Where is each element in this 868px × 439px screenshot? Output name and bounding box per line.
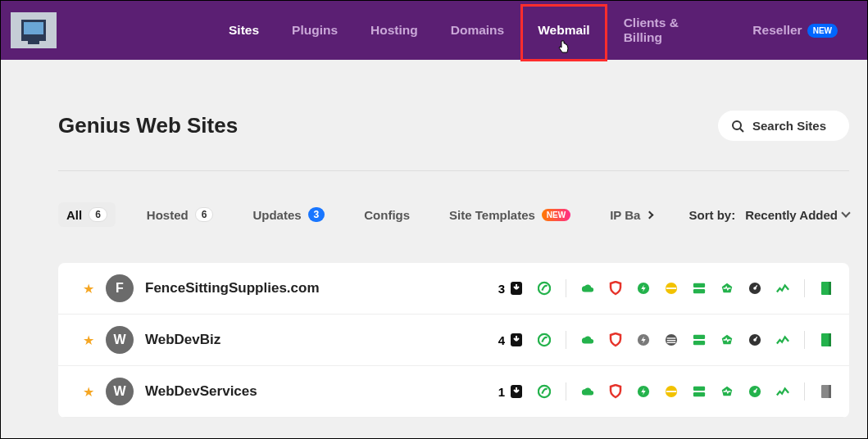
updates-count[interactable]: 3 (498, 281, 523, 296)
svg-point-23 (753, 338, 757, 342)
book-icon[interactable] (820, 333, 833, 346)
svg-rect-19 (667, 342, 676, 343)
tab-all[interactable]: All 6 (58, 202, 116, 227)
tab-hosted[interactable]: Hosted 6 (139, 202, 222, 227)
download-icon (510, 384, 523, 399)
tab-all-label: All (66, 208, 82, 222)
nav-plugins[interactable]: Plugins (275, 16, 354, 44)
svg-rect-8 (693, 289, 705, 293)
nav-webmail-label: Webmail (538, 23, 589, 38)
sort-by-label: Sort by: (689, 208, 736, 222)
svg-rect-20 (693, 335, 705, 339)
tab-templates-label: Site Templates (449, 208, 535, 222)
nav-items: Sites Plugins Hosting Domains Webmail Cl… (212, 9, 854, 52)
updates-count[interactable]: 4 (498, 333, 523, 347)
cursor-pointer-icon (557, 39, 570, 54)
svg-rect-12 (829, 282, 831, 295)
svg-point-34 (753, 390, 757, 393)
cloud-icon[interactable] (581, 282, 594, 295)
chevron-down-icon (841, 208, 850, 217)
sort-control[interactable]: Sort by: Recently Added (689, 208, 849, 222)
search-icon (731, 120, 744, 133)
nav-hosting[interactable]: Hosting (354, 16, 434, 44)
coin-icon[interactable] (665, 282, 678, 295)
download-icon (510, 333, 523, 347)
chart-icon[interactable] (776, 385, 789, 398)
bolt-circle-icon[interactable] (637, 333, 650, 346)
svg-rect-31 (693, 387, 705, 391)
status-icons (581, 333, 789, 346)
divider (58, 170, 849, 171)
site-row[interactable]: ★ F FenceSittingSupplies.com 3 (58, 263, 849, 315)
updates-number: 4 (498, 333, 505, 347)
chart-icon[interactable] (776, 333, 789, 346)
heartbeat-icon[interactable] (720, 282, 734, 295)
shield-icon[interactable] (609, 333, 622, 346)
server-icon[interactable] (693, 282, 706, 295)
book-icon[interactable] (820, 385, 833, 398)
tab-updates-count: 3 (308, 207, 325, 222)
gauge-icon[interactable] (748, 333, 761, 346)
cloud-icon[interactable] (581, 333, 594, 346)
updates-number: 1 (498, 385, 505, 399)
svg-line-1 (740, 129, 743, 132)
book-icon[interactable] (820, 282, 833, 295)
site-name[interactable]: FenceSittingSupplies.com (145, 280, 487, 296)
tab-configs[interactable]: Configs (356, 203, 418, 227)
gauge-icon[interactable] (748, 282, 761, 295)
shield-icon[interactable] (609, 385, 622, 398)
site-avatar: W (106, 378, 134, 405)
server-icon[interactable] (693, 385, 706, 398)
tab-ip-backups[interactable]: IP Ba (602, 203, 661, 227)
nav-reseller-label: Reseller (752, 23, 802, 38)
site-name[interactable]: WebDevServices (145, 383, 487, 400)
svg-point-14 (539, 334, 550, 346)
star-icon[interactable]: ★ (83, 333, 94, 348)
nav-sites[interactable]: Sites (212, 16, 275, 44)
leaf-icon[interactable] (538, 333, 551, 346)
site-row[interactable]: ★ W WebDevBiz 4 (58, 315, 849, 366)
logo[interactable] (11, 12, 57, 48)
heartbeat-icon[interactable] (720, 385, 734, 398)
tab-updates-label: Updates (252, 208, 301, 222)
shield-icon[interactable] (609, 282, 622, 295)
site-avatar: F (106, 274, 134, 302)
bolt-circle-icon[interactable] (637, 385, 650, 398)
divider-icon (804, 279, 805, 297)
nav-clients-billing[interactable]: Clients & Billing (607, 9, 737, 52)
tab-site-templates[interactable]: Site Templates NEW (441, 203, 579, 227)
site-name[interactable]: WebDevBiz (145, 332, 487, 348)
svg-rect-6 (666, 287, 676, 289)
gauge-icon[interactable] (748, 385, 761, 398)
updates-count[interactable]: 1 (498, 384, 523, 399)
leaf-icon[interactable] (538, 282, 551, 295)
page-header-row: Genius Web Sites Search Sites (58, 111, 849, 141)
star-icon[interactable]: ★ (83, 281, 94, 296)
download-icon (510, 281, 523, 296)
chart-icon[interactable] (776, 282, 789, 295)
nav-domains[interactable]: Domains (434, 16, 520, 44)
stripes-icon[interactable] (665, 333, 678, 346)
divider-icon (566, 331, 566, 349)
new-badge: NEW (807, 24, 838, 38)
site-list: ★ F FenceSittingSupplies.com 3 (58, 263, 849, 418)
nav-webmail[interactable]: Webmail (520, 4, 607, 61)
star-icon[interactable]: ★ (83, 384, 94, 400)
divider-icon (566, 382, 566, 401)
tab-updates[interactable]: Updates 3 (244, 202, 333, 227)
coin-icon[interactable] (665, 385, 678, 398)
leaf-icon[interactable] (538, 385, 551, 398)
new-gradient-badge: NEW (542, 209, 570, 221)
divider-icon (804, 382, 805, 401)
heartbeat-icon[interactable] (720, 333, 734, 346)
bolt-circle-icon[interactable] (637, 282, 650, 295)
cloud-icon[interactable] (581, 385, 594, 398)
nav-reseller[interactable]: Reseller NEW (736, 16, 854, 44)
site-row[interactable]: ★ W WebDevServices 1 (58, 366, 849, 418)
search-input[interactable]: Search Sites (718, 111, 849, 141)
tab-all-count: 6 (89, 207, 107, 222)
server-icon[interactable] (693, 333, 706, 346)
tab-configs-label: Configs (364, 208, 410, 222)
page-content: Genius Web Sites Search Sites All 6 Host… (1, 60, 867, 418)
svg-rect-36 (829, 385, 831, 398)
